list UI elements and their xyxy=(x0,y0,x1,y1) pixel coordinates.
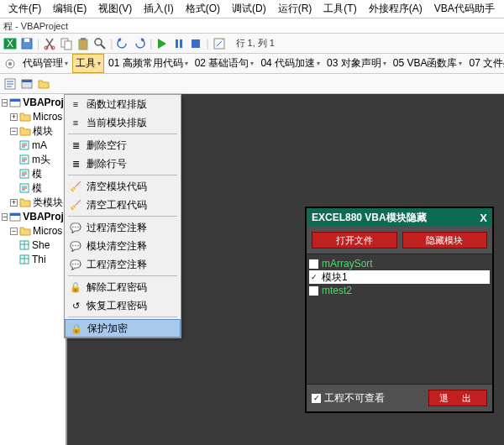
menu-clear-proj-comment[interactable]: 💬工程清空注释 xyxy=(65,255,181,274)
menu-remove-password[interactable]: 🔓解除工程密码 xyxy=(65,278,181,296)
svg-rect-47 xyxy=(10,213,20,216)
close-icon[interactable]: X xyxy=(480,212,487,224)
redo-icon[interactable] xyxy=(133,37,146,50)
module-item[interactable]: m头 xyxy=(2,153,64,166)
svg-rect-27 xyxy=(22,80,32,82)
expand-icon[interactable]: + xyxy=(10,199,18,207)
menu-func-format[interactable]: ≡函数过程排版 xyxy=(65,95,181,113)
open-file-button[interactable]: 打开文件 xyxy=(312,232,397,249)
paste-icon[interactable] xyxy=(76,37,90,50)
menu-clear-project[interactable]: 🧹清空工程代码 xyxy=(65,196,181,214)
list-item[interactable]: mArraySort xyxy=(309,257,490,270)
cursor-position: 行 1, 列 1 xyxy=(236,37,275,50)
menu-file[interactable]: 文件(F) xyxy=(3,0,46,18)
tb-gear-icon[interactable] xyxy=(2,56,18,71)
tb-code-manage[interactable]: 代码管理▾ xyxy=(20,55,71,72)
tb-05[interactable]: 05 VBA函数库▾ xyxy=(391,55,465,72)
project-lock-checkbox[interactable]: ✓工程不可查看 xyxy=(312,391,385,406)
lock-icon: 🔒 xyxy=(69,323,84,334)
collapse-icon[interactable]: − xyxy=(2,213,8,221)
tb-02[interactable]: 02 基础语句▾ xyxy=(192,55,257,72)
collapse-icon[interactable]: − xyxy=(10,228,18,235)
tb-07[interactable]: 07 文件处 xyxy=(466,55,504,72)
tb-04[interactable]: 04 代码加速▾ xyxy=(258,55,323,72)
menu-vba-helper[interactable]: VBA代码助手 xyxy=(429,0,500,18)
stop-icon[interactable] xyxy=(189,37,202,50)
menu-insert[interactable]: 插入(I) xyxy=(139,0,178,18)
comment-icon: 💬 xyxy=(68,259,83,270)
hide-module-button[interactable]: 隐藏模块 xyxy=(402,232,488,249)
tb-01[interactable]: 01 高频常用代码▾ xyxy=(106,55,191,72)
svg-rect-3 xyxy=(24,39,29,42)
unlock-icon: 🔓 xyxy=(68,282,83,293)
collapse-icon[interactable]: − xyxy=(2,99,8,107)
module-item[interactable]: 模 xyxy=(2,181,64,195)
svg-line-11 xyxy=(101,44,105,49)
module-item[interactable]: 模 xyxy=(2,167,64,181)
menu-restore-password[interactable]: ↺恢复工程密码 xyxy=(65,296,181,315)
tb-tools[interactable]: 工具▾ xyxy=(72,54,104,73)
menu-addins[interactable]: 外接程序(A) xyxy=(364,0,428,18)
view-code-icon[interactable] xyxy=(3,77,17,91)
sheet-item[interactable]: She xyxy=(2,238,64,252)
menu-separator xyxy=(68,275,177,276)
code-toolbar: 代码管理▾ 工具▾ 01 高频常用代码▾ 02 基础语句▾ 04 代码加速▾ 0… xyxy=(0,54,504,74)
checkbox-icon[interactable]: ✓ xyxy=(309,273,318,282)
class-modules-folder[interactable]: +类模块 xyxy=(2,196,64,209)
menu-edit[interactable]: 编辑(E) xyxy=(48,0,92,18)
menu-debug[interactable]: 调试(D) xyxy=(227,0,271,18)
copy-icon[interactable] xyxy=(60,37,73,50)
menu-format[interactable]: 格式(O) xyxy=(181,0,225,18)
modules-folder[interactable]: −模块 xyxy=(2,124,64,138)
thisworkbook-item[interactable]: Thi xyxy=(2,253,64,266)
menu-remove-lineno[interactable]: ≣删除行号 xyxy=(65,154,181,173)
module-hide-dialog: EXCEL880 VBA模块隐藏 X 打开文件 隐藏模块 mArraySort … xyxy=(305,207,494,413)
menu-separator xyxy=(68,216,177,217)
ms-office-folder[interactable]: +Micros xyxy=(2,110,64,123)
find-icon[interactable] xyxy=(93,37,107,50)
ms-office-folder[interactable]: −Micros xyxy=(2,224,64,238)
tb-03[interactable]: 03 对象声明▾ xyxy=(324,55,389,72)
view-object-icon[interactable] xyxy=(20,77,34,91)
cut-icon[interactable] xyxy=(43,37,56,50)
project-root[interactable]: −VBAProje xyxy=(2,96,64,109)
menu-run[interactable]: 运行(R) xyxy=(273,0,318,18)
menu-protect-encrypt[interactable]: 🔒保护加密 xyxy=(65,319,181,338)
module-list[interactable]: mArraySort ✓模块1 mtest2 xyxy=(307,254,492,384)
run-icon[interactable] xyxy=(155,37,169,50)
lines-icon: ≣ xyxy=(68,140,83,151)
svg-marker-19 xyxy=(221,39,224,40)
design-icon[interactable] xyxy=(213,37,226,50)
undo-icon[interactable] xyxy=(116,37,129,50)
save-icon[interactable] xyxy=(20,37,34,50)
menu-separator xyxy=(68,317,177,317)
menu-tools[interactable]: 工具(T) xyxy=(318,0,361,18)
exit-button[interactable]: 退 出 xyxy=(428,390,487,406)
folder-icon[interactable] xyxy=(37,77,50,91)
comment-icon: 💬 xyxy=(68,241,83,252)
dialog-title: EXCEL880 VBA模块隐藏 xyxy=(312,211,427,225)
excel-icon[interactable]: X xyxy=(3,37,17,50)
dialog-titlebar[interactable]: EXCEL880 VBA模块隐藏 X xyxy=(307,208,492,227)
menu-view[interactable]: 视图(V) xyxy=(93,0,137,18)
module-item[interactable]: mA xyxy=(2,139,64,152)
menu-clear-module[interactable]: 🧹清空模块代码 xyxy=(65,177,181,196)
project-root[interactable]: −VBAProje xyxy=(2,210,64,223)
list-item[interactable]: mtest2 xyxy=(309,284,490,297)
standard-toolbar: X | | | | 行 1, 列 1 xyxy=(0,34,504,54)
checkbox-icon[interactable] xyxy=(309,259,318,269)
tools-dropdown: ≡函数过程排版 ≡当前模块排版 ≣删除空行 ≣删除行号 🧹清空模块代码 🧹清空工… xyxy=(64,94,181,338)
menu-module-format[interactable]: ≡当前模块排版 xyxy=(65,113,181,132)
menu-remove-blank[interactable]: ≣删除空行 xyxy=(65,136,181,154)
pause-icon[interactable] xyxy=(172,37,186,50)
svg-rect-16 xyxy=(180,39,182,48)
menu-clear-proc-comment[interactable]: 💬过程清空注释 xyxy=(65,218,181,237)
collapse-icon[interactable]: − xyxy=(10,128,18,135)
checkbox-icon[interactable]: ✓ xyxy=(312,394,321,403)
menu-clear-mod-comment[interactable]: 💬模块清空注释 xyxy=(65,237,181,255)
list-item[interactable]: ✓模块1 xyxy=(309,270,490,284)
menu-separator xyxy=(68,134,177,134)
broom-icon: 🧹 xyxy=(68,200,83,211)
expand-icon[interactable]: + xyxy=(10,113,18,121)
checkbox-icon[interactable] xyxy=(309,286,318,296)
